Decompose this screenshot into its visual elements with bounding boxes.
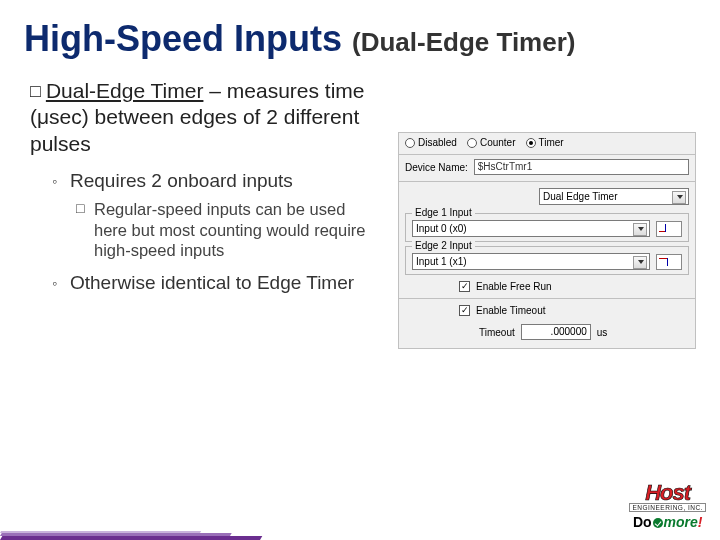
title-sub: (Dual-Edge Timer) [352, 27, 575, 57]
footer-logos: Host ENGINEERING, INC. Domore! [629, 480, 706, 530]
slide-title: High-Speed Inputs (Dual-Edge Timer) [24, 18, 575, 60]
chevron-down-icon [638, 260, 644, 264]
timeout-unit: us [597, 327, 608, 338]
slide-accent [0, 528, 260, 540]
bullet-level1: □ Dual-Edge Timer – measures time (μsec)… [30, 78, 390, 157]
bullet-level2-a: ◦ Requires 2 onboard inputs [52, 169, 390, 193]
radio-timer[interactable]: Timer [526, 137, 564, 148]
divider [399, 298, 695, 299]
bullet-level3-a: □ Regular-speed inputs can be used here … [76, 198, 376, 261]
chevron-down-icon [677, 195, 683, 199]
timeout-row: Timeout .000000 us [399, 320, 695, 348]
radio-disabled[interactable]: Disabled [405, 137, 457, 148]
radio-counter-label: Counter [480, 137, 516, 148]
domore-more: more [664, 514, 698, 530]
square-bullet-icon: □ [76, 200, 84, 216]
circle-bullet-icon: ◦ [52, 275, 57, 291]
timeout-enable-row: ✓ Enable Timeout [399, 301, 695, 320]
body-text: □ Dual-Edge Timer – measures time (μsec)… [30, 78, 390, 294]
timeout-input[interactable]: .000000 [521, 324, 591, 340]
bullet-level2-b: ◦ Otherwise identical to Edge Timer [52, 271, 390, 295]
timer-mode-select[interactable]: Dual Edge Timer [539, 188, 689, 205]
device-name-label: Device Name: [405, 162, 468, 173]
radio-disabled-label: Disabled [418, 137, 457, 148]
freerun-label: Enable Free Run [476, 281, 552, 292]
config-dialog: Disabled Counter Timer Device Name: $HsC… [398, 132, 696, 349]
circle-bullet-icon: ◦ [52, 173, 57, 189]
bullet-l3a-text: Regular-speed inputs can be used here bu… [94, 199, 376, 261]
timer-mode-value: Dual Edge Timer [543, 191, 617, 202]
timeout-label: Timeout [479, 327, 515, 338]
domore-logo: Domore! [629, 514, 706, 530]
bullet-l2b-text: Otherwise identical to Edge Timer [70, 271, 390, 295]
edge2-legend: Edge 2 Input [412, 240, 475, 251]
edge1-legend: Edge 1 Input [412, 207, 475, 218]
domore-do: Do [633, 514, 652, 530]
device-name-input[interactable]: $HsCtrTmr1 [474, 159, 689, 175]
radio-icon [467, 138, 477, 148]
freerun-row: ✓ Enable Free Run [399, 277, 695, 296]
square-bullet-icon: □ [30, 81, 46, 101]
edge2-value: Input 1 (x1) [416, 256, 467, 267]
bullet-term: Dual-Edge Timer [46, 79, 204, 102]
chevron-down-icon [638, 227, 644, 231]
radio-counter[interactable]: Counter [467, 137, 516, 148]
dialog-body: Device Name: $HsCtrTmr1 Dual Edge Timer … [398, 155, 696, 349]
host-logo-sub: ENGINEERING, INC. [629, 503, 706, 512]
edge2-group: Edge 2 Input Input 1 (x1) [405, 246, 689, 275]
rising-edge-icon[interactable] [656, 221, 682, 237]
bullet-l2a-text: Requires 2 onboard inputs [70, 169, 390, 193]
title-main: High-Speed Inputs [24, 18, 342, 59]
edge1-value: Input 0 (x0) [416, 223, 467, 234]
radio-icon [405, 138, 415, 148]
falling-edge-icon[interactable] [656, 254, 682, 270]
divider [399, 181, 695, 182]
timer-mode-row: Dual Edge Timer [399, 184, 695, 209]
freerun-checkbox[interactable]: ✓ [459, 281, 470, 292]
edge1-select[interactable]: Input 0 (x0) [412, 220, 650, 237]
check-circle-icon [653, 518, 663, 528]
timeout-enable-label: Enable Timeout [476, 305, 546, 316]
radio-timer-label: Timer [539, 137, 564, 148]
domore-bang: ! [698, 514, 703, 530]
timeout-enable-checkbox[interactable]: ✓ [459, 305, 470, 316]
edge1-group: Edge 1 Input Input 0 (x0) [405, 213, 689, 242]
edge2-select[interactable]: Input 1 (x1) [412, 253, 650, 270]
mode-radio-row: Disabled Counter Timer [398, 132, 696, 155]
radio-icon [526, 138, 536, 148]
device-name-row: Device Name: $HsCtrTmr1 [399, 155, 695, 179]
